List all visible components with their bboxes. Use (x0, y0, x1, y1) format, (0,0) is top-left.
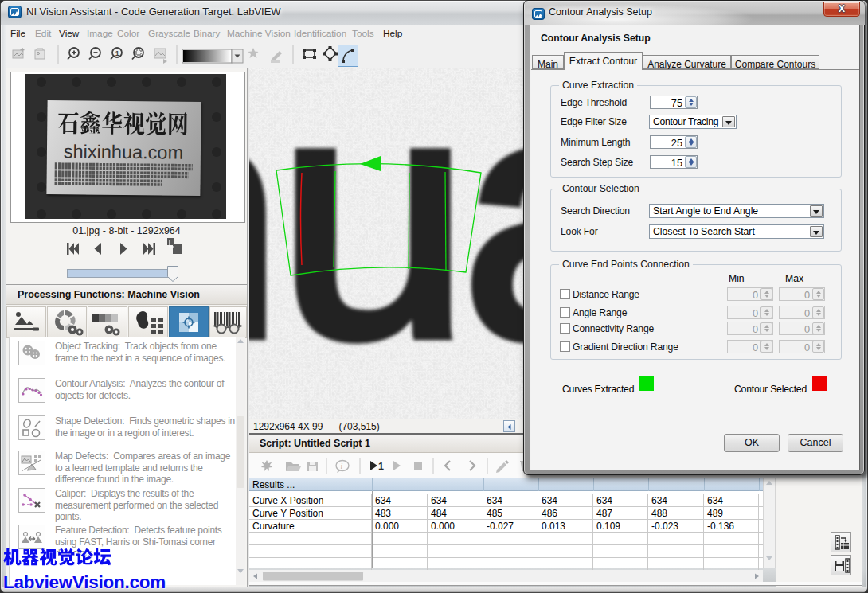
svg-text:1: 1 (115, 49, 119, 57)
svg-text:u: u (278, 68, 469, 408)
svg-text:i: i (341, 462, 343, 470)
svg-text:1: 1 (378, 461, 384, 472)
